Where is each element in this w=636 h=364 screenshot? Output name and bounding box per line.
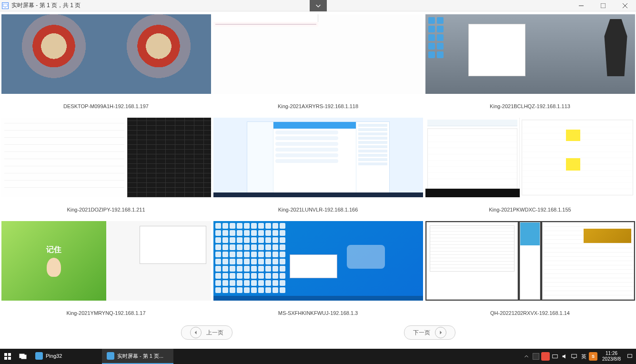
taskbar: Ping32实时屏幕 - 第 1 页... 英 S 11:26 2023/8/8 (0, 349, 636, 364)
screen-cell: King-2021LUNVLR-192.168.1.166 (213, 118, 423, 220)
screen-cell: King-2021PKWDXC-192.168.1.155 (425, 118, 635, 220)
screen-label: King-2021AXRYRS-192.168.1.118 (278, 96, 358, 117)
screen-thumbnail[interactable] (425, 118, 635, 197)
screen-grid: DESKTOP-M099A1H-192.168.1.197King-2021AX… (0, 11, 636, 324)
svg-rect-12 (553, 355, 558, 358)
prev-label: 上一页 (206, 329, 223, 337)
svg-rect-0 (3, 4, 8, 7)
screen-cell: 记住King-2021YMRYNQ-192.168.1.17 (1, 221, 211, 324)
screen-thumbnail[interactable] (1, 118, 211, 197)
screen-cell: King-2021AXRYRS-192.168.1.118 (213, 14, 423, 117)
svg-rect-6 (4, 353, 7, 356)
app-label: Ping32 (46, 353, 62, 359)
screen-thumbnail[interactable]: 记住 (1, 221, 211, 301)
tray-volume-icon[interactable] (560, 352, 569, 361)
screen-cell: MS-SXFHKINKFWUJ-192.168.1.3 (213, 221, 423, 324)
screen-thumbnail[interactable] (213, 221, 423, 301)
svg-rect-8 (4, 357, 7, 360)
tray-app-icon[interactable] (532, 352, 540, 361)
screen-thumbnail[interactable] (1, 14, 211, 94)
svg-rect-13 (572, 354, 577, 358)
screen-label: King-2021BCLHQZ-192.168.1.113 (490, 96, 570, 117)
pager: 上一页 下一页 (0, 324, 636, 341)
next-label: 下一页 (413, 329, 430, 337)
clock-date: 2023/8/8 (602, 356, 621, 362)
titlebar: 实时屏幕 - 第 1 页，共 1 页 (0, 0, 636, 11)
maximize-button[interactable] (592, 0, 614, 11)
app-label: 实时屏幕 - 第 1 页... (117, 353, 163, 360)
screen-thumbnail[interactable] (425, 221, 635, 301)
svg-rect-15 (628, 354, 632, 358)
system-tray: 英 S 11:26 2023/8/8 (522, 351, 636, 362)
close-button[interactable] (614, 0, 636, 11)
taskbar-app[interactable]: 实时屏幕 - 第 1 页... (102, 349, 173, 364)
app-icon (35, 352, 43, 360)
screen-label: King-2021LUNVLR-192.168.1.166 (278, 199, 358, 220)
dropdown-toggle[interactable] (310, 0, 327, 11)
screen-label: King-2021YMRYNQ-192.168.1.17 (66, 303, 145, 324)
task-view-button[interactable] (15, 349, 30, 364)
prev-page-button[interactable]: 上一页 (181, 325, 232, 340)
screen-label: King-2021DOZIPY-192.168.1.211 (67, 199, 145, 220)
window-controls (570, 0, 636, 11)
app-icon (107, 352, 114, 360)
taskbar-clock[interactable]: 11:26 2023/8/8 (598, 351, 625, 362)
taskbar-app[interactable]: Ping32 (30, 349, 102, 364)
tray-expand-icon[interactable] (522, 352, 531, 361)
tray-display-icon[interactable] (570, 352, 578, 361)
screen-label: QH-20221202RXVX-192.168.1.14 (490, 303, 570, 324)
arrow-right-icon (435, 327, 446, 338)
screen-label: King-2021PKWDXC-192.168.1.155 (489, 199, 571, 220)
tray-network-icon[interactable] (551, 352, 559, 361)
minimize-button[interactable] (570, 0, 592, 11)
svg-rect-3 (601, 3, 606, 8)
screen-cell: King-2021DOZIPY-192.168.1.211 (1, 118, 211, 220)
notifications-button[interactable] (626, 352, 634, 361)
monitor-icon (2, 2, 9, 9)
screen-cell: King-2021BCLHQZ-192.168.1.113 (425, 14, 635, 117)
screen-cell: QH-20221202RXVX-192.168.1.14 (425, 221, 635, 324)
start-button[interactable] (0, 349, 15, 364)
screen-label: MS-SXFHKINKFWUJ-192.168.1.3 (278, 303, 358, 324)
window-title: 实时屏幕 - 第 1 页，共 1 页 (11, 1, 81, 10)
ime-indicator[interactable]: 英 (579, 352, 588, 361)
svg-rect-11 (21, 355, 26, 359)
svg-rect-9 (8, 357, 11, 360)
taskbar-apps: Ping32实时屏幕 - 第 1 页... (30, 349, 173, 364)
screen-cell: DESKTOP-M099A1H-192.168.1.197 (1, 14, 211, 117)
screen-thumbnail[interactable] (213, 14, 423, 94)
next-page-button[interactable]: 下一页 (404, 325, 455, 340)
arrow-left-icon (190, 327, 202, 338)
svg-rect-7 (8, 353, 11, 356)
screen-thumbnail[interactable] (425, 14, 635, 94)
tray-security-icon[interactable] (541, 352, 550, 361)
tray-sogou-icon[interactable]: S (589, 352, 597, 361)
clock-time: 11:26 (602, 351, 621, 356)
screen-thumbnail[interactable] (213, 118, 423, 197)
screen-label: DESKTOP-M099A1H-192.168.1.197 (63, 96, 149, 117)
